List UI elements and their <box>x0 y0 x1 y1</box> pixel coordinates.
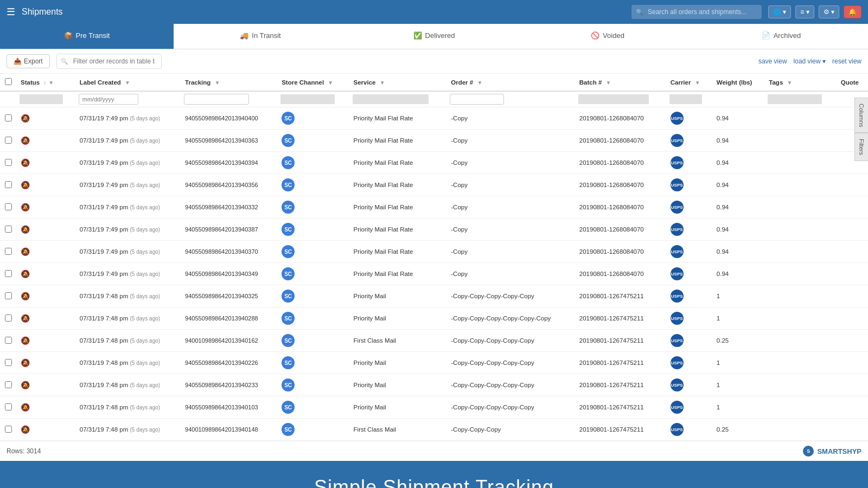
filters-sidebar-label[interactable]: Filters <box>854 133 868 161</box>
tracking-number[interactable]: 9405509898642013940400 <box>185 115 258 121</box>
row-checkbox-cell[interactable] <box>0 219 16 241</box>
row-checkbox-cell[interactable] <box>0 352 16 374</box>
row-checkbox-cell[interactable] <box>0 396 16 419</box>
row-checkbox-cell[interactable] <box>0 263 16 285</box>
store-channel-icon[interactable]: SC <box>282 201 295 214</box>
alert-button[interactable]: 🔔 <box>844 5 861 18</box>
tab-in-transit[interactable]: 🚚 In Transit <box>174 24 347 49</box>
col-batch-num[interactable]: Batch # ▼ <box>575 74 666 91</box>
service-filter[interactable] <box>353 94 429 104</box>
tracking-number[interactable]: 9400109898642013940162 <box>185 337 258 344</box>
tracking-number[interactable]: 9405509898642013940349 <box>185 271 258 277</box>
row-checkbox-cell[interactable] <box>0 174 16 196</box>
tracking-filter[interactable] <box>184 94 249 105</box>
keyword-filter-input[interactable] <box>56 54 162 69</box>
row-checkbox[interactable] <box>5 314 12 322</box>
tab-voided[interactable]: 🚫 Voided <box>521 24 694 49</box>
columns-sidebar-label[interactable]: Columns <box>854 98 868 133</box>
row-checkbox-cell[interactable] <box>0 152 16 174</box>
order-filter[interactable] <box>450 94 504 105</box>
store-channel-icon[interactable]: SC <box>282 134 295 147</box>
row-checkbox-cell[interactable] <box>0 130 16 152</box>
row-checkbox-cell[interactable] <box>0 285 16 307</box>
col-store-channel[interactable]: Store Channel ▼ <box>277 74 349 91</box>
store-channel-icon[interactable]: SC <box>282 378 295 391</box>
tracking-number[interactable]: 9405509898642013940288 <box>185 315 258 322</box>
row-checkbox[interactable] <box>5 248 12 255</box>
tracking-number[interactable]: 9405509898642013940226 <box>185 359 258 366</box>
row-checkbox[interactable] <box>5 181 12 188</box>
tracking-number[interactable]: 9405509898642013940370 <box>185 248 258 255</box>
load-view-btn[interactable]: load view ▾ <box>794 57 826 65</box>
row-checkbox[interactable] <box>5 159 12 166</box>
store-channel-icon[interactable]: SC <box>282 178 295 191</box>
col-quote[interactable]: Quote <box>837 74 868 91</box>
row-checkbox[interactable] <box>5 381 12 388</box>
status-filter[interactable] <box>20 94 63 104</box>
col-order-num[interactable]: Order # ▼ <box>446 74 575 91</box>
tracking-number[interactable]: 9405509898642013940332 <box>185 204 258 210</box>
row-checkbox[interactable] <box>5 426 12 433</box>
hamburger-icon[interactable]: ☰ <box>7 6 15 18</box>
tab-delivered[interactable]: ✅ Delivered <box>347 24 521 49</box>
row-checkbox[interactable] <box>5 359 12 366</box>
batch-filter[interactable] <box>578 94 649 104</box>
row-checkbox[interactable] <box>5 203 12 210</box>
save-view-btn[interactable]: save view <box>758 57 787 65</box>
col-service[interactable]: Service ▼ <box>349 74 447 91</box>
store-channel-icon[interactable]: SC <box>282 312 295 325</box>
settings-button[interactable]: ⚙ ▾ <box>819 5 839 18</box>
row-checkbox-cell[interactable] <box>0 196 16 219</box>
store-channel-icon[interactable]: SC <box>282 290 295 303</box>
row-checkbox-cell[interactable] <box>0 241 16 263</box>
tags-filter[interactable] <box>768 94 822 104</box>
col-label-created[interactable]: Label Created ▼ <box>75 74 181 91</box>
col-status[interactable]: Status ↕▼ <box>16 74 75 91</box>
row-checkbox[interactable] <box>5 292 12 299</box>
tracking-number[interactable]: 9405509898642013940363 <box>185 137 258 144</box>
store-channel-icon[interactable]: SC <box>282 423 295 436</box>
export-button[interactable]: 📤 Export <box>7 54 50 68</box>
store-channel-filter[interactable] <box>280 94 335 104</box>
store-channel-icon[interactable]: SC <box>282 334 295 347</box>
tab-archived[interactable]: 📄 Archived <box>694 24 868 49</box>
row-checkbox[interactable] <box>5 403 12 410</box>
select-all-checkbox[interactable] <box>5 78 12 85</box>
select-all-header[interactable] <box>0 74 16 91</box>
global-search-input[interactable] <box>631 5 762 19</box>
grid-button[interactable]: ≡ ▾ <box>795 5 814 18</box>
store-channel-icon[interactable]: SC <box>282 156 295 169</box>
row-checkbox[interactable] <box>5 114 12 121</box>
row-checkbox-cell[interactable] <box>0 374 16 396</box>
store-channel-icon[interactable]: SC <box>282 267 295 280</box>
label-created-filter[interactable] <box>79 94 138 105</box>
tab-pre-transit[interactable]: 📦 Pre Transit <box>0 24 174 49</box>
tracking-number[interactable]: 9405509898642013940233 <box>185 382 258 388</box>
reset-view-btn[interactable]: reset view <box>832 57 861 65</box>
store-channel-icon[interactable]: SC <box>282 245 295 258</box>
col-tracking[interactable]: Tracking ▼ <box>181 74 277 91</box>
tracking-number[interactable]: 9405509898642013940387 <box>185 226 258 233</box>
store-channel-icon[interactable]: SC <box>282 112 295 125</box>
col-carrier[interactable]: Carrier ▼ <box>666 74 712 91</box>
tracking-number[interactable]: 9405509898642013940356 <box>185 182 258 188</box>
row-checkbox-cell[interactable] <box>0 330 16 352</box>
col-weight[interactable]: Weight (lbs) <box>712 74 764 91</box>
store-channel-icon[interactable]: SC <box>282 223 295 236</box>
store-channel-icon[interactable]: SC <box>282 401 295 414</box>
tracking-number[interactable]: 9405509898642013940103 <box>185 404 258 410</box>
row-checkbox-cell[interactable] <box>0 419 16 441</box>
row-checkbox[interactable] <box>5 137 12 144</box>
tracking-number[interactable]: 9405509898642013940394 <box>185 159 258 166</box>
row-checkbox-cell[interactable] <box>0 107 16 130</box>
tracking-number[interactable]: 9400109898642013940148 <box>185 426 258 433</box>
row-checkbox[interactable] <box>5 270 12 277</box>
col-tags[interactable]: Tags ▼ <box>764 74 836 91</box>
row-checkbox-cell[interactable] <box>0 307 16 330</box>
tracking-number[interactable]: 9405509898642013940325 <box>185 293 258 299</box>
row-checkbox[interactable] <box>5 226 12 233</box>
globe-button[interactable]: 🌐 ▾ <box>768 5 791 18</box>
carrier-filter[interactable] <box>669 94 702 104</box>
store-channel-icon[interactable]: SC <box>282 356 295 369</box>
row-checkbox[interactable] <box>5 337 12 344</box>
